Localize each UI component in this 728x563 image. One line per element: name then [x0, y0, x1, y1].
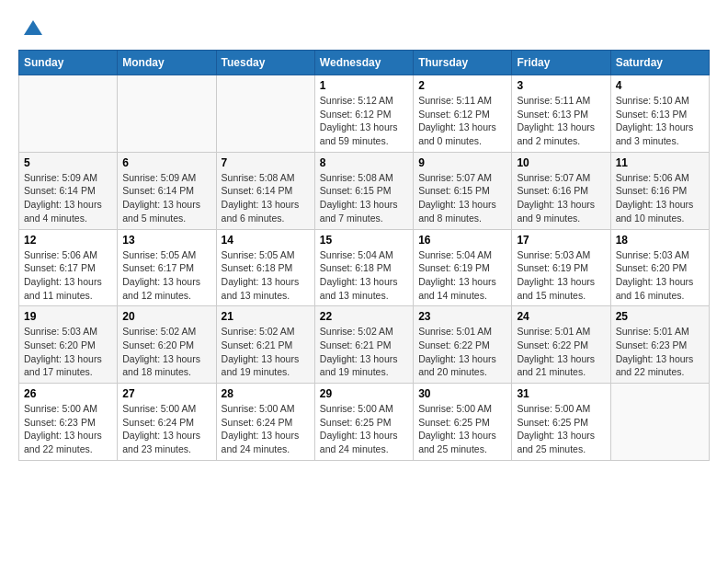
calendar-header-thursday: Thursday	[414, 51, 512, 75]
day-info: Sunrise: 5:09 AM Sunset: 6:14 PM Dayligh…	[122, 171, 210, 225]
day-number: 5	[24, 156, 112, 169]
day-number: 13	[122, 234, 210, 247]
logo	[18, 18, 44, 40]
day-number: 31	[517, 387, 605, 400]
logo-icon	[22, 18, 44, 40]
day-number: 8	[320, 156, 408, 169]
calendar-cell: 4Sunrise: 5:10 AM Sunset: 6:13 PM Daylig…	[610, 75, 709, 153]
day-info: Sunrise: 5:11 AM Sunset: 6:13 PM Dayligh…	[517, 94, 605, 148]
day-number: 10	[517, 156, 605, 169]
day-number: 14	[222, 234, 310, 247]
day-info: Sunrise: 5:09 AM Sunset: 6:14 PM Dayligh…	[24, 171, 112, 225]
calendar-cell: 26Sunrise: 5:00 AM Sunset: 6:23 PM Dayli…	[19, 384, 118, 461]
day-info: Sunrise: 5:03 AM Sunset: 6:19 PM Dayligh…	[517, 248, 605, 303]
calendar-cell: 3Sunrise: 5:11 AM Sunset: 6:13 PM Daylig…	[512, 75, 610, 153]
day-info: Sunrise: 5:07 AM Sunset: 6:15 PM Dayligh…	[418, 171, 506, 225]
day-info: Sunrise: 5:06 AM Sunset: 6:16 PM Dayligh…	[616, 171, 704, 225]
calendar-week-4: 19Sunrise: 5:03 AM Sunset: 6:20 PM Dayli…	[19, 306, 710, 384]
calendar-cell: 29Sunrise: 5:00 AM Sunset: 6:25 PM Dayli…	[314, 384, 413, 461]
day-number: 23	[418, 310, 506, 323]
day-number: 27	[122, 387, 210, 400]
calendar-cell: 16Sunrise: 5:04 AM Sunset: 6:19 PM Dayli…	[414, 229, 512, 306]
day-number: 29	[320, 387, 408, 400]
calendar-cell: 13Sunrise: 5:05 AM Sunset: 6:17 PM Dayli…	[118, 229, 216, 306]
day-number: 11	[616, 156, 704, 169]
calendar-week-2: 5Sunrise: 5:09 AM Sunset: 6:14 PM Daylig…	[19, 152, 710, 229]
day-info: Sunrise: 5:11 AM Sunset: 6:12 PM Dayligh…	[418, 94, 506, 148]
day-number: 21	[222, 310, 310, 323]
calendar-cell: 24Sunrise: 5:01 AM Sunset: 6:22 PM Dayli…	[512, 306, 610, 384]
calendar-cell: 31Sunrise: 5:00 AM Sunset: 6:25 PM Dayli…	[512, 384, 610, 461]
day-number: 25	[616, 310, 704, 323]
day-number: 3	[517, 79, 605, 92]
calendar-header-saturday: Saturday	[610, 51, 709, 75]
day-number: 7	[222, 156, 310, 169]
calendar-header-row: SundayMondayTuesdayWednesdayThursdayFrid…	[19, 51, 710, 75]
day-info: Sunrise: 5:03 AM Sunset: 6:20 PM Dayligh…	[24, 325, 112, 379]
day-info: Sunrise: 5:05 AM Sunset: 6:18 PM Dayligh…	[222, 248, 310, 303]
page-header	[18, 18, 710, 40]
calendar-cell	[610, 384, 709, 461]
day-info: Sunrise: 5:00 AM Sunset: 6:24 PM Dayligh…	[122, 402, 210, 456]
day-number: 24	[517, 310, 605, 323]
day-number: 28	[222, 387, 310, 400]
calendar-cell: 9Sunrise: 5:07 AM Sunset: 6:15 PM Daylig…	[414, 152, 512, 229]
day-number: 9	[418, 156, 506, 169]
calendar-cell: 25Sunrise: 5:01 AM Sunset: 6:23 PM Dayli…	[610, 306, 709, 384]
day-number: 17	[517, 234, 605, 247]
calendar-cell: 12Sunrise: 5:06 AM Sunset: 6:17 PM Dayli…	[19, 229, 118, 306]
day-number: 2	[418, 79, 506, 92]
calendar-cell: 14Sunrise: 5:05 AM Sunset: 6:18 PM Dayli…	[216, 229, 314, 306]
calendar-cell	[19, 75, 118, 153]
calendar-cell: 2Sunrise: 5:11 AM Sunset: 6:12 PM Daylig…	[414, 75, 512, 153]
calendar-cell: 6Sunrise: 5:09 AM Sunset: 6:14 PM Daylig…	[118, 152, 216, 229]
calendar-cell: 18Sunrise: 5:03 AM Sunset: 6:20 PM Dayli…	[610, 229, 709, 306]
day-info: Sunrise: 5:02 AM Sunset: 6:21 PM Dayligh…	[222, 325, 310, 379]
day-info: Sunrise: 5:10 AM Sunset: 6:13 PM Dayligh…	[616, 94, 704, 148]
calendar-header-sunday: Sunday	[19, 51, 118, 75]
day-number: 30	[418, 387, 506, 400]
calendar-cell: 15Sunrise: 5:04 AM Sunset: 6:18 PM Dayli…	[314, 229, 413, 306]
day-info: Sunrise: 5:00 AM Sunset: 6:25 PM Dayligh…	[418, 402, 506, 456]
calendar-cell: 10Sunrise: 5:07 AM Sunset: 6:16 PM Dayli…	[512, 152, 610, 229]
day-number: 20	[122, 310, 210, 323]
calendar-header-friday: Friday	[512, 51, 610, 75]
day-info: Sunrise: 5:02 AM Sunset: 6:21 PM Dayligh…	[320, 325, 408, 379]
calendar-cell	[216, 75, 314, 153]
day-info: Sunrise: 5:04 AM Sunset: 6:19 PM Dayligh…	[418, 248, 506, 303]
calendar-cell: 1Sunrise: 5:12 AM Sunset: 6:12 PM Daylig…	[314, 75, 413, 153]
calendar-body: 1Sunrise: 5:12 AM Sunset: 6:12 PM Daylig…	[19, 75, 710, 461]
calendar-cell: 5Sunrise: 5:09 AM Sunset: 6:14 PM Daylig…	[19, 152, 118, 229]
day-number: 6	[122, 156, 210, 169]
day-info: Sunrise: 5:06 AM Sunset: 6:17 PM Dayligh…	[24, 248, 112, 303]
day-number: 16	[418, 234, 506, 247]
day-info: Sunrise: 5:05 AM Sunset: 6:17 PM Dayligh…	[122, 248, 210, 303]
day-info: Sunrise: 5:01 AM Sunset: 6:22 PM Dayligh…	[418, 325, 506, 379]
calendar-table: SundayMondayTuesdayWednesdayThursdayFrid…	[18, 50, 710, 461]
calendar-cell: 11Sunrise: 5:06 AM Sunset: 6:16 PM Dayli…	[610, 152, 709, 229]
day-info: Sunrise: 5:08 AM Sunset: 6:15 PM Dayligh…	[320, 171, 408, 225]
day-info: Sunrise: 5:04 AM Sunset: 6:18 PM Dayligh…	[320, 248, 408, 303]
day-number: 26	[24, 387, 112, 400]
calendar-week-3: 12Sunrise: 5:06 AM Sunset: 6:17 PM Dayli…	[19, 229, 710, 306]
calendar-cell	[118, 75, 216, 153]
calendar-cell: 17Sunrise: 5:03 AM Sunset: 6:19 PM Dayli…	[512, 229, 610, 306]
calendar-cell: 7Sunrise: 5:08 AM Sunset: 6:14 PM Daylig…	[216, 152, 314, 229]
day-info: Sunrise: 5:01 AM Sunset: 6:22 PM Dayligh…	[517, 325, 605, 379]
day-info: Sunrise: 5:00 AM Sunset: 6:23 PM Dayligh…	[24, 402, 112, 456]
calendar-cell: 28Sunrise: 5:00 AM Sunset: 6:24 PM Dayli…	[216, 384, 314, 461]
calendar-week-5: 26Sunrise: 5:00 AM Sunset: 6:23 PM Dayli…	[19, 384, 710, 461]
calendar-cell: 30Sunrise: 5:00 AM Sunset: 6:25 PM Dayli…	[414, 384, 512, 461]
day-number: 18	[616, 234, 704, 247]
day-info: Sunrise: 5:00 AM Sunset: 6:24 PM Dayligh…	[222, 402, 310, 456]
svg-marker-0	[24, 20, 42, 35]
day-info: Sunrise: 5:07 AM Sunset: 6:16 PM Dayligh…	[517, 171, 605, 225]
day-number: 22	[320, 310, 408, 323]
day-number: 19	[24, 310, 112, 323]
calendar-cell: 23Sunrise: 5:01 AM Sunset: 6:22 PM Dayli…	[414, 306, 512, 384]
calendar-cell: 22Sunrise: 5:02 AM Sunset: 6:21 PM Dayli…	[314, 306, 413, 384]
day-info: Sunrise: 5:00 AM Sunset: 6:25 PM Dayligh…	[517, 402, 605, 456]
calendar-cell: 20Sunrise: 5:02 AM Sunset: 6:20 PM Dayli…	[118, 306, 216, 384]
calendar-header-monday: Monday	[118, 51, 216, 75]
day-number: 15	[320, 234, 408, 247]
